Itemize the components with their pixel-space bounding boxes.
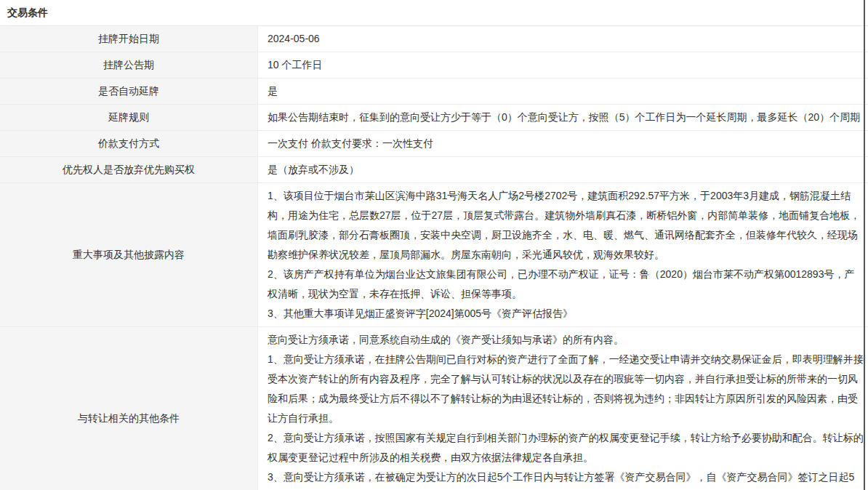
value-paragraph: 如果公告期结束时，征集到的意向受让方少于等于（0）个意向受让方，按照（5）个工作…: [268, 108, 864, 127]
value-paragraph: 一次支付 价款支付要求：一次性支付: [268, 134, 864, 153]
row-label: 重大事项及其他披露内容: [0, 183, 258, 326]
section-title: 交易条件: [0, 0, 868, 26]
value-paragraph: 1、意向受让方须承诺，在挂牌公告期间已自行对标的资产进行了全面了解，一经递交受让…: [268, 350, 864, 428]
table-row: 价款支付方式一次支付 价款支付要求：一次性支付: [0, 131, 868, 157]
value-paragraph: 3、意向受让方须承诺，在被确定为受让方的次日起5个工作日内与转让方签署《资产交易…: [268, 467, 864, 490]
value-paragraph: 是: [268, 81, 864, 101]
row-value: 一次支付 价款支付要求：一次性支付: [258, 131, 868, 156]
value-paragraph: 3、其他重大事项详见烟正盛资评字[2024]第005号《资产评估报告》: [268, 304, 864, 324]
row-label: 延牌规则: [0, 105, 258, 130]
row-value: 如果公告期结束时，征集到的意向受让方少于等于（0）个意向受让方，按照（5）个工作…: [258, 105, 868, 130]
table-row: 挂牌公告期10 个工作日: [0, 52, 868, 79]
row-value: 意向受让方须承诺，同意系统自动生成的《资产受让须知与承诺》的所有内容。1、意向受…: [258, 327, 868, 490]
value-paragraph: 10 个工作日: [268, 55, 864, 75]
row-value: 10 个工作日: [258, 52, 868, 78]
transaction-conditions-page: 交易条件 挂牌开始日期2024-05-06挂牌公告期10 个工作日是否自动延牌是…: [0, 0, 868, 490]
right-edge-divider: [864, 0, 865, 490]
conditions-table: 挂牌开始日期2024-05-06挂牌公告期10 个工作日是否自动延牌是延牌规则如…: [0, 26, 868, 490]
row-label: 挂牌开始日期: [0, 26, 258, 52]
table-row: 挂牌开始日期2024-05-06: [0, 26, 868, 52]
value-paragraph: 2、意向受让方须承诺，按照国家有关规定自行到相关部门办理标的资产的权属变更登记手…: [268, 428, 864, 467]
table-row: 与转让相关的其他条件意向受让方须承诺，同意系统自动生成的《资产受让须知与承诺》的…: [0, 327, 868, 490]
table-row: 延牌规则如果公告期结束时，征集到的意向受让方少于等于（0）个意向受让方，按照（5…: [0, 105, 868, 131]
row-label: 优先权人是否放弃优先购买权: [0, 157, 258, 182]
row-value: 是: [258, 79, 868, 104]
table-row: 重大事项及其他披露内容1、该项目位于烟台市莱山区滨海中路31号海天名人广场2号楼…: [0, 183, 868, 327]
row-value: 2024-05-06: [258, 26, 868, 52]
row-label: 挂牌公告期: [0, 52, 258, 78]
table-row: 优先权人是否放弃优先购买权是（放弃或不涉及）: [0, 157, 868, 183]
value-paragraph: 2024-05-06: [268, 29, 864, 49]
row-value: 是（放弃或不涉及）: [258, 157, 868, 182]
row-value: 1、该项目位于烟台市莱山区滨海中路31号海天名人广场2号楼2702号，建筑面积2…: [258, 183, 868, 326]
table-row: 是否自动延牌是: [0, 79, 868, 105]
row-label: 与转让相关的其他条件: [0, 327, 258, 490]
row-label: 价款支付方式: [0, 131, 258, 156]
row-label: 是否自动延牌: [0, 79, 258, 104]
value-paragraph: 1、该项目位于烟台市莱山区滨海中路31号海天名人广场2号楼2702号，建筑面积2…: [268, 186, 864, 265]
value-paragraph: 是（放弃或不涉及）: [268, 160, 864, 180]
value-paragraph: 意向受让方须承诺，同意系统自动生成的《资产受让须知与承诺》的所有内容。: [268, 330, 864, 350]
value-paragraph: 2、该房产产权持有单位为烟台业达文旅集团有限公司，已办理不动产权证，证号：鲁（2…: [268, 265, 864, 304]
